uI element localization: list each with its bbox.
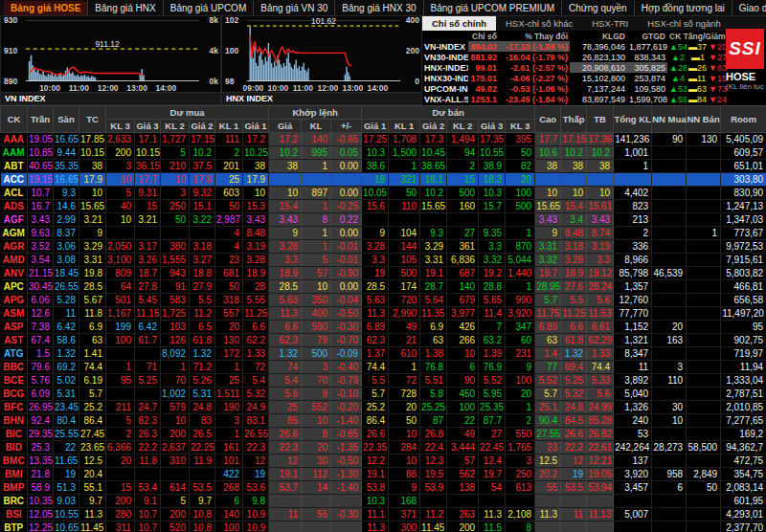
ticker-cell[interactable]: BCG	[1, 388, 28, 401]
stock-row-BMI[interactable]: BMI21.81920.44221919.1112-1.3019.18819.5…	[1, 468, 766, 481]
ticker-cell[interactable]: ACC	[1, 173, 28, 187]
ticker-cell[interactable]: BIC	[1, 428, 28, 441]
stock-row-BRC[interactable]: BRC10.359.039.72009.159.769.810.3168601,…	[1, 495, 766, 508]
ticker-cell[interactable]: AAM	[1, 146, 28, 160]
ticker-cell[interactable]: AST	[1, 334, 28, 347]
advancers-count: ▲54	[667, 41, 687, 52]
bid-price-2: 11.2	[190, 307, 215, 321]
ceiling-price: 10.85	[28, 146, 54, 160]
nav-tab-3[interactable]: Bảng giá VN 30	[254, 1, 335, 15]
ticker-cell[interactable]: BMP	[1, 481, 28, 495]
nav-tab-1[interactable]: Bảng giá HNX	[88, 1, 163, 15]
ticker-cell[interactable]: ADS	[1, 200, 28, 213]
stock-row-AST[interactable]: AST67.458.66310061.712661.813062.262.379…	[1, 334, 766, 347]
ask-price-1: 6.89	[362, 321, 389, 334]
ticker-cell[interactable]: BMI	[1, 468, 28, 481]
ticker-cell[interactable]: ABT	[1, 160, 28, 173]
stock-row-AAM[interactable]: AAM10.859.4410.1520010.15510.2210.2510.2…	[1, 146, 766, 160]
ticker-cell[interactable]: ATG	[1, 347, 28, 361]
stock-row-BID[interactable]: BID25.32223.656,36622.22,63722.2516122.3…	[1, 441, 766, 454]
ask-price-2: 18.1	[420, 173, 447, 187]
high-price: 27.55	[535, 428, 561, 441]
stock-row-ACL[interactable]: ACL10.79.31059.3139.3260310108970.0010.0…	[1, 187, 766, 200]
bid-price-1: 17.9	[243, 173, 269, 187]
ceiling-price: 3.54	[28, 254, 54, 267]
ticker-cell[interactable]: ANV	[1, 267, 28, 280]
stock-row-AGF[interactable]: AGF3.432.993.21103.21503.222,9873.433.43…	[1, 213, 766, 227]
ticker-cell[interactable]: BID	[1, 441, 28, 454]
ticker-cell[interactable]: AMD	[1, 254, 28, 267]
foreign-room: 95	[721, 321, 766, 334]
ticker-cell[interactable]: AGR	[1, 240, 28, 254]
stock-row-BBC[interactable]: BBC79.669.274.4171171.2172743-0.4074.417…	[1, 361, 766, 374]
stock-row-ASM[interactable]: ASM12.61111.81,16711.151,72511.255711.25…	[1, 307, 766, 321]
ticker-cell[interactable]: BMC	[1, 454, 28, 468]
ceiling-price: 29.35	[28, 428, 54, 441]
floor-price: 5.28	[54, 294, 79, 307]
ticker-cell[interactable]: APC	[1, 280, 28, 294]
index-tab-3[interactable]: HSX-chỉ số ngành	[638, 16, 731, 31]
ceiling-price: 12.05	[28, 508, 54, 521]
stock-row-BHN[interactable]: BHN92.480.486.4582.31083383.18510-1.4086…	[1, 414, 766, 428]
nav-tab-7[interactable]: Hợp đồng tương lai	[635, 1, 732, 15]
stock-row-BMP[interactable]: BMP58.951.355.11553.461453.526853.653.71…	[1, 481, 766, 495]
stock-row-BIC[interactable]: BIC29.3525.5527.45226.320026.5126.5526.6…	[1, 428, 766, 441]
charts-and-indices-strip: 911.12 9309108908k4k0k10:0011:0012:0013:…	[0, 15, 766, 105]
nav-tab-2[interactable]: Bảng giá UPCOM	[164, 1, 254, 15]
index-row-HNX-INDEX: HNX-INDEX99.01-2.61 (-2.57 %)20,908,6103…	[422, 62, 727, 73]
stock-row-AAA[interactable]: AAA19.0516.6517.852,63317.11,72717.15111…	[1, 133, 766, 146]
bid-volume-3: 200	[106, 146, 135, 160]
ticker-cell[interactable]: AGF	[1, 213, 28, 227]
index-change: -16.04 (-1.79 %)	[499, 52, 570, 62]
nav-tab-6[interactable]: Chứng quyền	[562, 1, 635, 15]
stock-row-ADS[interactable]: ADS16.714.615.65401525015.15015.315.41-0…	[1, 200, 766, 213]
ticker-cell[interactable]: BHN	[1, 414, 28, 428]
ticker-cell[interactable]: BFC	[1, 401, 28, 414]
stock-row-AGM[interactable]: AGM9.638.37948.48910.0091049.3279.35198.…	[1, 227, 766, 240]
stock-row-BFC[interactable]: BFC26.9523.4525.221124.757924.819024.925…	[1, 401, 766, 414]
stock-row-ASP[interactable]: ASP7.386.426.91996.421036.5206.66.6590-0…	[1, 321, 766, 334]
nav-tab-5[interactable]: Bảng giá UPCOM PREMIUM	[424, 1, 562, 15]
stock-row-BMC[interactable]: BMC13.3511.6512.52011.831011.9101121230-…	[1, 454, 766, 468]
y-axis-label: 930	[4, 15, 17, 25]
reference-value-label: 911.12	[95, 39, 119, 49]
stock-row-BCE[interactable]: BCE5.765.026.19955.25705.26255.45.470-0.…	[1, 374, 766, 388]
ticker-cell[interactable]: BRC	[1, 495, 28, 508]
stock-row-APC[interactable]: APC30.4526.5528.56427.89127.9502828.5100…	[1, 280, 766, 294]
ticker-cell[interactable]: ASM	[1, 307, 28, 321]
ticker-cell[interactable]: BCE	[1, 374, 28, 388]
stock-row-ACC[interactable]: ACC19.1516.6517.91017.71017.82517.918321…	[1, 173, 766, 187]
ask-volume-1: 284	[389, 441, 420, 454]
ticker-cell[interactable]: ACL	[1, 187, 28, 200]
ticker-cell[interactable]: BBC	[1, 361, 28, 374]
nav-tab-8[interactable]: Giao dịch thỏa thuận	[732, 1, 766, 15]
index-tab-1[interactable]: HSX-chỉ số khác	[496, 16, 582, 31]
nav-tab-4[interactable]: Bảng giá HNX 30	[335, 1, 423, 15]
matched-volume: 590	[302, 321, 331, 334]
stock-row-ABT[interactable]: ABT40.6535.3538336.1521037.5201383810.00…	[1, 160, 766, 173]
stock-row-ATG[interactable]: ATG1.51.321.418,0921.321721.331.32500-0.…	[1, 347, 766, 361]
stock-row-BSI[interactable]: BSI12.0510.5511.328010.720010.814010.911…	[1, 508, 766, 521]
index-tab-0[interactable]: Chỉ số chính	[422, 16, 496, 31]
stock-row-AMD[interactable]: AMD3.543.083.313,1003.261,5553.27233.283…	[1, 254, 766, 267]
bid-volume-3: 20	[106, 454, 135, 468]
reference-price: 55.1	[79, 481, 106, 495]
avg-price: 38	[587, 160, 614, 173]
ticker-cell[interactable]: BTP	[1, 521, 28, 532]
ticker-cell[interactable]: AAA	[1, 133, 28, 146]
stock-row-AGR[interactable]: AGR3.523.063.292,0503.173803.1843.193.28…	[1, 240, 766, 254]
stock-row-APG[interactable]: APG6.065.285.675015.455835.53185.555.633…	[1, 294, 766, 307]
bid-volume-2: 3	[161, 187, 190, 200]
bid-price-3: 6.42	[135, 321, 161, 334]
ticker-cell[interactable]: APG	[1, 294, 28, 307]
ticker-cell[interactable]: ASP	[1, 321, 28, 334]
ticker-cell[interactable]: AGM	[1, 227, 28, 240]
stock-row-BCG[interactable]: BCG6.095.315.71,0025.311,5115.325.69-0.1…	[1, 388, 766, 401]
ask-volume-3: 1	[506, 280, 535, 294]
matched-volume: 20	[302, 441, 331, 454]
stock-row-ANV[interactable]: ANV21.1518.4519.880918.794318.868118.918…	[1, 267, 766, 280]
ticker-cell[interactable]: BSI	[1, 508, 28, 521]
nav-tab-0[interactable]: Bảng giá HOSE	[4, 1, 88, 15]
stock-row-BTP[interactable]: BTP12.2510.6511.4531110.752010.810010.91…	[1, 521, 766, 532]
index-tab-2[interactable]: HSX-TRI	[582, 16, 638, 31]
